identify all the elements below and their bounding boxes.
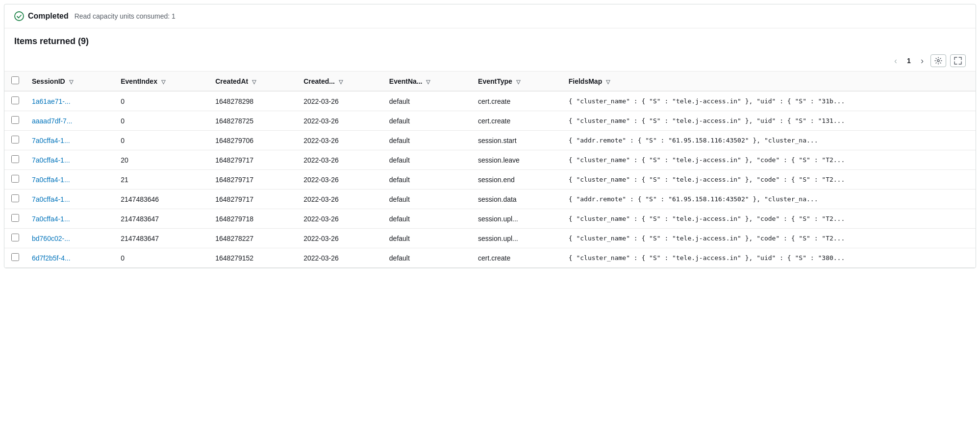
table-row: 7a0cffa4-1...214748364716482797182022-03… — [4, 209, 976, 229]
cell-fieldsmap-1: { "cluster_name" : { "S" : "tele.j-acces… — [563, 111, 976, 131]
cell-sessionid-7[interactable]: bd760c02-... — [26, 229, 115, 248]
row-checkbox-0[interactable] — [4, 91, 26, 111]
cell-createdat-0: 1648278298 — [209, 91, 298, 111]
link-sessionid-4[interactable]: 7a0cffa4-1... — [32, 176, 70, 184]
status-text: Completed — [28, 12, 69, 21]
col-header-createddate[interactable]: Created... ▽ — [298, 71, 383, 92]
settings-button[interactable] — [930, 54, 946, 67]
cell-sessionid-5[interactable]: 7a0cffa4-1... — [26, 190, 115, 209]
cell-sessionid-2[interactable]: 7a0cffa4-1... — [26, 131, 115, 150]
cell-fieldsmap-3: { "cluster_name" : { "S" : "tele.j-acces… — [563, 150, 976, 170]
col-header-eventname[interactable]: EventNa... ▽ — [383, 71, 472, 92]
checkbox-1[interactable] — [11, 116, 19, 124]
checkbox-4[interactable] — [11, 175, 19, 183]
capacity-text: Read capacity units consumed: 1 — [75, 12, 176, 20]
pagination-controls: ‹ 1 › — [4, 50, 976, 71]
cell-sessionid-0[interactable]: 1a61ae71-... — [26, 91, 115, 111]
cell-eventindex-8: 0 — [115, 248, 209, 268]
sort-icon-eventname: ▽ — [426, 79, 430, 85]
col-header-fieldsmap[interactable]: FieldsMap ▽ — [563, 71, 976, 92]
link-sessionid-3[interactable]: 7a0cffa4-1... — [32, 156, 70, 164]
cell-eventtype-4: session.end — [472, 170, 563, 190]
cell-eventname-3: default — [383, 150, 472, 170]
table-row: 7a0cffa4-1...2016482797172022-03-26defau… — [4, 150, 976, 170]
cell-createddate-7: 2022-03-26 — [298, 229, 383, 248]
cell-createddate-3: 2022-03-26 — [298, 150, 383, 170]
link-sessionid-0[interactable]: 1a61ae71-... — [32, 97, 71, 105]
sort-icon-eventindex: ▽ — [161, 79, 165, 85]
checkbox-6[interactable] — [11, 214, 19, 222]
page-number: 1 — [904, 57, 914, 65]
svg-point-0 — [15, 12, 24, 21]
cell-eventtype-5: session.data — [472, 190, 563, 209]
checkbox-3[interactable] — [11, 155, 19, 163]
cell-sessionid-3[interactable]: 7a0cffa4-1... — [26, 150, 115, 170]
cell-eventindex-5: 2147483646 — [115, 190, 209, 209]
cell-createddate-2: 2022-03-26 — [298, 131, 383, 150]
cell-sessionid-6[interactable]: 7a0cffa4-1... — [26, 209, 115, 229]
col-header-eventindex[interactable]: EventIndex ▽ — [115, 71, 209, 92]
row-checkbox-8[interactable] — [4, 248, 26, 268]
sort-icon-createdat: ▽ — [252, 79, 256, 85]
svg-point-1 — [937, 60, 939, 62]
sort-icon-fieldsmap: ▽ — [606, 79, 610, 85]
table-row: 6d7f2b5f-4...016482791522022-03-26defaul… — [4, 248, 976, 268]
checkbox-5[interactable] — [11, 194, 19, 202]
cell-fieldsmap-5: { "addr.remote" : { "S" : "61.95.158.116… — [563, 190, 976, 209]
completed-icon — [14, 11, 24, 21]
select-all-header[interactable] — [4, 71, 26, 92]
cell-sessionid-1[interactable]: aaaad7df-7... — [26, 111, 115, 131]
checkbox-0[interactable] — [11, 96, 19, 104]
table-header: SessionID ▽ EventIndex ▽ CreatedAt ▽ C — [4, 71, 976, 92]
cell-eventname-8: default — [383, 248, 472, 268]
cell-createdat-4: 1648279717 — [209, 170, 298, 190]
next-page-button[interactable]: › — [918, 55, 927, 67]
col-header-createdat[interactable]: CreatedAt ▽ — [209, 71, 298, 92]
checkbox-7[interactable] — [11, 234, 19, 241]
row-checkbox-4[interactable] — [4, 170, 26, 190]
row-checkbox-6[interactable] — [4, 209, 26, 229]
link-sessionid-2[interactable]: 7a0cffa4-1... — [32, 137, 70, 144]
row-checkbox-5[interactable] — [4, 190, 26, 209]
sort-icon-eventtype: ▽ — [516, 79, 520, 85]
cell-createdat-1: 1648278725 — [209, 111, 298, 131]
table-row: 7a0cffa4-1...214748364616482797172022-03… — [4, 190, 976, 209]
cell-sessionid-4[interactable]: 7a0cffa4-1... — [26, 170, 115, 190]
cell-eventname-0: default — [383, 91, 472, 111]
row-checkbox-3[interactable] — [4, 150, 26, 170]
link-sessionid-5[interactable]: 7a0cffa4-1... — [32, 195, 70, 203]
cell-sessionid-8[interactable]: 6d7f2b5f-4... — [26, 248, 115, 268]
link-sessionid-8[interactable]: 6d7f2b5f-4... — [32, 254, 71, 262]
cell-eventindex-4: 21 — [115, 170, 209, 190]
checkbox-2[interactable] — [11, 136, 19, 143]
link-sessionid-6[interactable]: 7a0cffa4-1... — [32, 215, 70, 223]
cell-eventindex-1: 0 — [115, 111, 209, 131]
link-sessionid-7[interactable]: bd760c02-... — [32, 235, 70, 242]
select-all-checkbox[interactable] — [11, 76, 19, 84]
sort-icon-sessionid: ▽ — [69, 79, 73, 85]
sort-icon-createddate: ▽ — [339, 79, 343, 85]
cell-eventindex-0: 0 — [115, 91, 209, 111]
cell-eventtype-0: cert.create — [472, 91, 563, 111]
cell-createdat-8: 1648279152 — [209, 248, 298, 268]
cell-fieldsmap-6: { "cluster_name" : { "S" : "tele.j-acces… — [563, 209, 976, 229]
expand-button[interactable] — [950, 54, 966, 67]
cell-createddate-0: 2022-03-26 — [298, 91, 383, 111]
row-checkbox-2[interactable] — [4, 131, 26, 150]
cell-createddate-5: 2022-03-26 — [298, 190, 383, 209]
cell-eventname-5: default — [383, 190, 472, 209]
items-returned-label: Items returned (9) — [14, 36, 89, 47]
table-wrapper: SessionID ▽ EventIndex ▽ CreatedAt ▽ C — [4, 71, 976, 268]
col-header-eventtype[interactable]: EventType ▽ — [472, 71, 563, 92]
cell-eventtype-8: cert.create — [472, 248, 563, 268]
cell-eventtype-1: cert.create — [472, 111, 563, 131]
cell-fieldsmap-0: { "cluster_name" : { "S" : "tele.j-acces… — [563, 91, 976, 111]
col-header-sessionid[interactable]: SessionID ▽ — [26, 71, 115, 92]
data-table: SessionID ▽ EventIndex ▽ CreatedAt ▽ C — [4, 71, 976, 268]
row-checkbox-1[interactable] — [4, 111, 26, 131]
cell-eventindex-6: 2147483647 — [115, 209, 209, 229]
row-checkbox-7[interactable] — [4, 229, 26, 248]
link-sessionid-1[interactable]: aaaad7df-7... — [32, 117, 73, 125]
checkbox-8[interactable] — [11, 253, 19, 261]
prev-page-button[interactable]: ‹ — [891, 55, 900, 67]
